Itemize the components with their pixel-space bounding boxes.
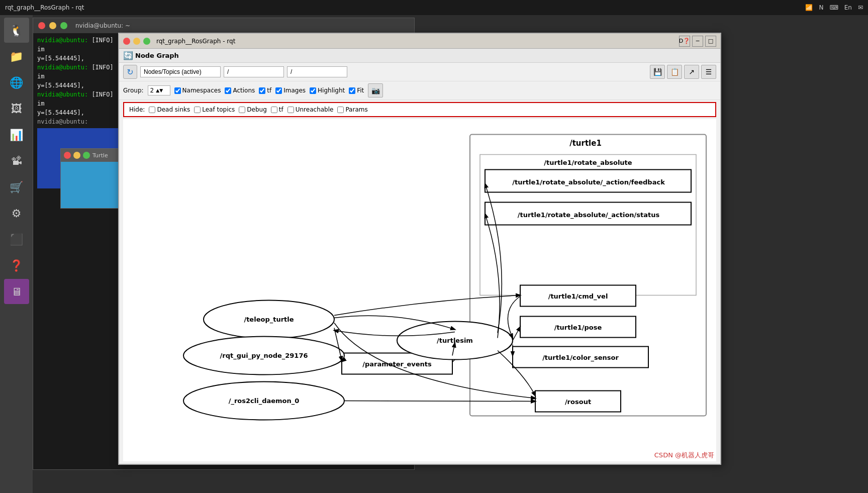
feedback-box-label: /turtle1/rotate_absolute/_action/feedbac… — [512, 178, 665, 186]
graph-canvas[interactable]: /turtle1 /turtle1/rotate_absolute /turtl… — [123, 119, 716, 461]
highlight-checkbox-label[interactable]: Highlight — [310, 87, 345, 94]
turtle-max-btn[interactable] — [83, 152, 90, 159]
wifi-icon: 📶 — [805, 4, 813, 11]
node-graph-header: 🔄 Node Graph — [119, 49, 720, 63]
toolbar-row1: ↻ Nodes/Topics (active) Nodes only Topic… — [119, 63, 720, 81]
toolbar-row2: Group: 2 ▲▼ Namespaces Actions tf Images… — [119, 81, 720, 100]
debug-checkbox[interactable] — [239, 107, 245, 113]
namespaces-checkbox-label[interactable]: Namespaces — [174, 87, 221, 94]
node-graph-title: Node Graph — [135, 52, 179, 59]
tf-hide-label[interactable]: tf — [271, 106, 283, 113]
images-checkbox[interactable] — [275, 87, 282, 94]
sidebar-item-remote[interactable]: 🖥 — [4, 279, 29, 304]
leaf-topics-label[interactable]: Leaf topics — [194, 106, 235, 113]
cmd-vel-label: /turtle1/cmd_vel — [548, 292, 608, 301]
highlight-checkbox[interactable] — [310, 87, 316, 94]
rqt-window: rqt_graph__RosGraph - rqt D❓ ─ □ 🔄 Node … — [118, 33, 721, 465]
sidebar-item-slides[interactable]: 📽 — [4, 148, 29, 173]
graph-svg: /turtle1 /turtle1/rotate_absolute /turtl… — [123, 119, 716, 461]
sidebar-item-ubuntu[interactable]: 🐧 — [4, 18, 29, 43]
sidebar-item-browser[interactable]: 🌐 — [4, 70, 29, 95]
snapshot-btn[interactable]: 📷 — [368, 83, 383, 97]
ros2cli-daemon-label: /_ros2cli_daemon_0 — [229, 397, 300, 405]
terminal-close-btn[interactable] — [38, 22, 45, 29]
rqt-window-controls: D❓ ─ □ — [679, 36, 716, 47]
en-label: En — [844, 4, 852, 11]
rosout-label: /rosout — [565, 398, 591, 406]
left-sidebar: 🐧 📁 🌐 🖼 📊 📽 🛒 ⚙ ⬛ ❓ 🖥 — [0, 15, 33, 493]
sidebar-item-shop[interactable]: 🛒 — [4, 174, 29, 200]
filter-input-1[interactable] — [224, 66, 284, 77]
refresh-button[interactable]: ↻ — [123, 65, 137, 79]
group-value: 2 — [150, 87, 154, 94]
fit-checkbox-label[interactable]: Fit — [349, 87, 364, 94]
group-label: Group: — [123, 87, 144, 94]
mail-icon: ✉ — [858, 4, 863, 11]
edge-turtlesim-pose — [513, 327, 520, 341]
status-box-label: /turtle1/rotate_absolute/_action/status — [518, 211, 660, 219]
rqt-close-btn[interactable] — [123, 38, 130, 45]
rqt-maximize-btn[interactable] — [143, 38, 150, 45]
settings-btn[interactable]: ☰ — [701, 65, 716, 79]
turtle-close-btn[interactable] — [64, 152, 71, 159]
sidebar-item-terminal[interactable]: ⬛ — [4, 227, 29, 252]
taskbar: rqt_graph__RosGraph - rqt 📶 N ⌨ En ✉ — [0, 0, 868, 15]
leaf-topics-checkbox[interactable] — [194, 107, 201, 113]
actions-checkbox-label[interactable]: Actions — [225, 87, 255, 94]
keyboard-icon: ⌨ — [829, 4, 838, 11]
images-checkbox-label[interactable]: Images — [275, 87, 306, 94]
dead-sinks-label[interactable]: Dead sinks — [149, 106, 190, 113]
tf-hide-checkbox[interactable] — [271, 107, 277, 113]
filter-input-2[interactable] — [287, 66, 347, 77]
tf-checkbox-label[interactable]: tf — [259, 87, 271, 94]
color-sensor-label: /turtle1/color_sensor — [542, 354, 619, 362]
group-spinbox[interactable]: 2 ▲▼ — [148, 85, 170, 95]
fit-checkbox[interactable] — [349, 87, 355, 94]
debug-label[interactable]: Debug — [239, 106, 266, 113]
rqt-titlebar: rqt_graph__RosGraph - rqt D❓ ─ □ — [119, 34, 720, 49]
sidebar-item-calc[interactable]: 📊 — [4, 122, 29, 147]
actions-checkbox[interactable] — [225, 87, 231, 94]
rqt-maximize-win-btn[interactable]: □ — [705, 36, 716, 47]
terminal-minimize-btn[interactable] — [49, 22, 56, 29]
sidebar-item-help[interactable]: ❓ — [4, 253, 29, 278]
rqt-title: rqt_graph__RosGraph - rqt — [156, 38, 235, 45]
hide-label: Hide: — [129, 106, 145, 113]
node-graph-icon: 🔄 — [123, 51, 133, 60]
tf-checkbox[interactable] — [259, 87, 265, 94]
pose-label: /turtle1/pose — [554, 324, 602, 331]
rqt-help-btn[interactable]: D❓ — [679, 36, 690, 47]
sidebar-item-settings[interactable]: ⚙ — [4, 201, 29, 226]
edge-teleop-cmdvel — [334, 295, 520, 316]
terminal-titlebar: nvidia@ubuntu: ~ — [33, 18, 414, 33]
save-image-btn[interactable]: 💾 — [650, 65, 665, 79]
view-mode-dropdown[interactable]: Nodes/Topics (active) Nodes only Topics … — [140, 66, 221, 77]
rqt-minimize-btn[interactable] — [133, 38, 140, 45]
params-checkbox[interactable] — [337, 107, 344, 113]
nvidia-icon: N — [819, 4, 823, 11]
dead-sinks-checkbox[interactable] — [149, 107, 155, 113]
unreachable-label[interactable]: Unreachable — [287, 106, 334, 113]
sidebar-item-photos[interactable]: 🖼 — [4, 96, 29, 121]
turtle-window-title: Turtle — [92, 152, 108, 159]
watermark: CSDN @机器人虎哥 — [654, 451, 714, 460]
turtle-min-btn[interactable] — [73, 152, 80, 159]
rqt-gui-node-label: /rqt_gui_py_node_29176 — [220, 352, 308, 360]
taskbar-title: rqt_graph__RosGraph - rqt — [5, 4, 84, 11]
namespaces-checkbox[interactable] — [174, 87, 181, 94]
turtlesim-label: /turtlesim — [437, 337, 473, 344]
rotate-absolute-label: /turtle1/rotate_absolute — [544, 159, 632, 167]
terminal-maximize-btn[interactable] — [60, 22, 67, 29]
edge-ros2cli-rosout — [344, 401, 535, 402]
hide-row: Hide: Dead sinks Leaf topics Debug tf Un… — [123, 102, 716, 117]
taskbar-right: 📶 N ⌨ En ✉ — [805, 4, 863, 11]
terminal-title: nvidia@ubuntu: ~ — [75, 22, 130, 29]
teleop-turtle-label: /teleop_turtle — [244, 316, 294, 324]
params-label[interactable]: Params — [337, 106, 367, 113]
spinbox-arrows[interactable]: ▲▼ — [156, 88, 163, 93]
unreachable-checkbox[interactable] — [287, 107, 294, 113]
rqt-minimize-win-btn[interactable]: ─ — [692, 36, 703, 47]
sidebar-item-files[interactable]: 📁 — [4, 44, 29, 69]
copy-btn[interactable]: 📋 — [667, 65, 682, 79]
export-btn[interactable]: ↗ — [684, 65, 699, 79]
